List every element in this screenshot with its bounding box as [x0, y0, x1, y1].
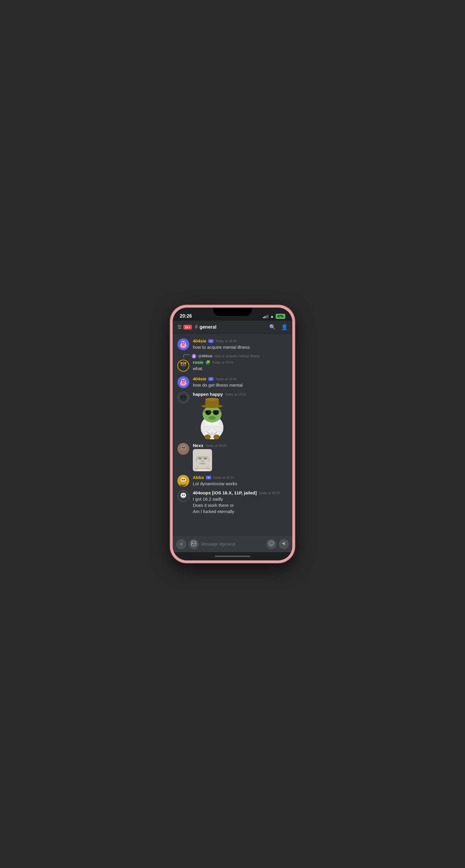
- timestamp: Today at 19:39: [215, 339, 237, 343]
- menu-icon: ☰: [177, 324, 181, 330]
- boost-badge: S: [208, 339, 213, 343]
- username: Abbs: [193, 475, 204, 480]
- message-line: Am I fucked eternally: [193, 508, 288, 515]
- image-button[interactable]: [189, 539, 199, 549]
- channel-header: ☰ 1k+ # general 🔍 👤: [173, 321, 292, 334]
- message-group: happen happy Today at 19:51: [173, 391, 292, 440]
- message-header: happen happy Today at 19:51: [193, 392, 288, 397]
- svg-point-60: [180, 445, 186, 451]
- svg-point-50: [208, 416, 215, 420]
- plus-icon: +: [180, 541, 182, 547]
- svg-point-87: [270, 543, 271, 544]
- timestamp: Today at 19:41: [212, 361, 233, 364]
- username: rosie: [193, 360, 203, 365]
- message-input[interactable]: [201, 542, 264, 547]
- reply-text: how to acquire mental illness: [214, 354, 260, 358]
- svg-rect-70: [196, 458, 197, 462]
- notification-badge: 1k+: [183, 325, 192, 330]
- avatar: [177, 360, 189, 372]
- avatar: [177, 490, 189, 502]
- avatar: [177, 392, 189, 404]
- sticker-image: [193, 398, 231, 439]
- message-group-with-reply: @404sie how to acquire mental illness: [173, 352, 292, 374]
- message-text: Lol dynamiccow works: [193, 480, 288, 487]
- svg-point-38: [205, 435, 211, 439]
- message-text: how do get illness mental: [193, 382, 288, 388]
- message-content: Nexx Today at 20:00: [193, 443, 288, 471]
- svg-point-76: [182, 479, 183, 480]
- svg-point-3: [182, 342, 183, 343]
- timestamp: Today at 20:00: [205, 444, 227, 447]
- message-text: I got 16.2 sadly Does it work there or A…: [193, 496, 288, 515]
- hash-icon: #: [195, 324, 198, 330]
- svg-point-18: [185, 362, 186, 364]
- meme-image: [193, 449, 212, 471]
- svg-point-15: [184, 364, 185, 365]
- svg-point-83: [184, 494, 185, 496]
- avatar: [177, 443, 189, 455]
- message-text: what: [193, 365, 288, 372]
- reply-preview: @404sie how to acquire mental illness: [177, 354, 288, 359]
- svg-rect-68: [201, 460, 204, 462]
- send-button[interactable]: [279, 539, 289, 549]
- svg-point-16: [180, 362, 182, 364]
- message-group: 404sie S Today at 19:42 how do get illne…: [173, 375, 292, 389]
- boost-badge: S: [206, 476, 211, 479]
- avatar: [177, 338, 189, 350]
- svg-point-62: [184, 447, 185, 448]
- search-icon[interactable]: 🔍: [269, 324, 276, 330]
- svg-text:S: S: [210, 378, 212, 380]
- svg-rect-66: [198, 458, 201, 460]
- message-content: 404sie S Today at 19:39 how to acquire m…: [193, 338, 288, 350]
- avatar: [177, 376, 189, 388]
- svg-point-28: [179, 394, 188, 402]
- svg-point-82: [182, 494, 183, 496]
- svg-point-40: [203, 406, 222, 423]
- signal-bar-3: [266, 315, 267, 318]
- svg-point-77: [184, 479, 185, 480]
- header-actions: 🔍 👤: [269, 324, 288, 330]
- svg-point-14: [182, 364, 183, 365]
- emoji-button[interactable]: [266, 539, 276, 549]
- emoji-icon: [269, 541, 274, 547]
- svg-rect-45: [206, 410, 211, 414]
- svg-point-55: [205, 398, 219, 401]
- message-content: Abbs S Today at 20:13 Lol dynamiccow wor…: [193, 475, 288, 487]
- message-line: I got 16.2 sadly: [193, 496, 288, 502]
- username: 404sie: [193, 376, 206, 381]
- message-group: Nexx Today at 20:00: [173, 442, 292, 472]
- svg-point-31: [181, 396, 182, 397]
- notch: [213, 308, 252, 316]
- add-button[interactable]: +: [176, 539, 186, 549]
- battery-indicator: 87%: [276, 314, 285, 319]
- svg-point-58: [211, 433, 213, 434]
- svg-text:S: S: [210, 340, 212, 342]
- svg-rect-69: [200, 463, 206, 464]
- svg-point-39: [213, 435, 220, 439]
- boost-badge: S: [208, 377, 213, 381]
- message-header: 404oops [iOS 16.X, 11P, jailed] Today at…: [193, 490, 288, 495]
- members-icon[interactable]: 👤: [281, 324, 288, 330]
- messages-list: 404sie S Today at 19:39 how to acquire m…: [173, 334, 292, 536]
- channel-name: general: [200, 324, 216, 330]
- svg-point-51: [210, 416, 211, 417]
- svg-point-4: [184, 342, 185, 343]
- home-bar: [215, 556, 250, 557]
- svg-point-5: [182, 344, 184, 346]
- hamburger-menu[interactable]: ☰ 1k+: [177, 324, 192, 330]
- message-header: 404sie S Today at 19:39: [193, 338, 288, 343]
- svg-point-22: [182, 380, 183, 381]
- signal-bar-4: [267, 315, 268, 318]
- timestamp: Today at 19:42: [215, 377, 237, 381]
- timestamp: Today at 20:25: [259, 491, 280, 495]
- svg-point-73: [196, 469, 210, 471]
- message-content: rosie 🧩 Today at 19:41 what: [193, 360, 288, 372]
- message-header: rosie 🧩 Today at 19:41: [193, 360, 288, 365]
- phone-screen: 20:26 ▲ 87% ☰ 1k+ # general: [173, 308, 292, 560]
- svg-point-86: [269, 541, 274, 546]
- message-group: Abbs S Today at 20:13 Lol dynamiccow wor…: [173, 474, 292, 488]
- send-icon: [281, 541, 286, 547]
- reply-line: [183, 354, 190, 358]
- svg-text:S: S: [208, 477, 209, 479]
- signal-bar-2: [264, 316, 265, 318]
